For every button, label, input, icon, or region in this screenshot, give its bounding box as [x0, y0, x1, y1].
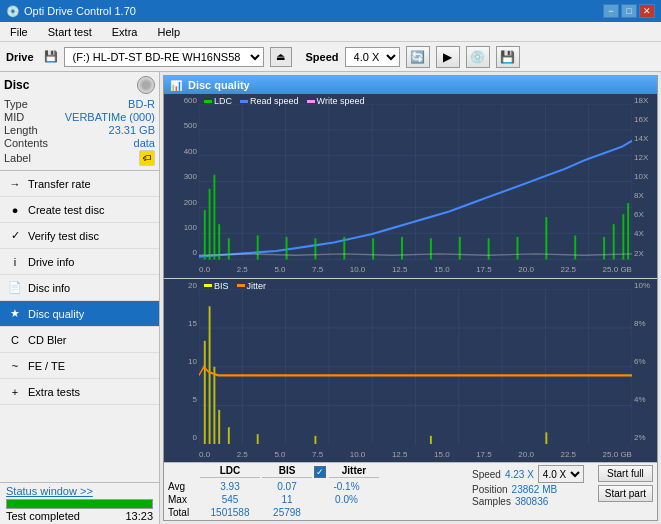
svg-rect-56: [209, 306, 211, 444]
sidebar-item-fe-te[interactable]: ~ FE / TE: [0, 353, 159, 379]
chart1-svg: [199, 104, 632, 260]
drive-bar: Drive 💾 (F:) HL-DT-ST BD-RE WH16NS58 TST…: [0, 42, 661, 72]
right-content: 📊 Disc quality LDC Read: [160, 72, 661, 524]
jitter-header-wrap: ✓ Jitter: [314, 465, 379, 479]
close-button[interactable]: ✕: [639, 4, 655, 18]
status-text: Test completed: [6, 510, 80, 522]
disc-header-label: Disc: [4, 78, 29, 92]
eject-button[interactable]: ⏏: [270, 47, 292, 67]
content-area: Disc Type BD-R MID VERBATIMe (000) Lengt…: [0, 72, 661, 524]
total-label: Total: [168, 507, 198, 518]
bis-avg: 0.07: [262, 481, 312, 492]
ldc-header: LDC: [200, 465, 260, 478]
sidebar-item-drive-info[interactable]: i Drive info: [0, 249, 159, 275]
svg-rect-23: [257, 235, 259, 259]
sidebar-item-transfer-rate[interactable]: → Transfer rate: [0, 171, 159, 197]
menu-help[interactable]: Help: [151, 25, 186, 39]
start-full-button[interactable]: Start full: [598, 465, 653, 482]
chart1-plot-area: [199, 104, 632, 260]
svg-rect-20: [213, 175, 215, 260]
status-bar: Status window >> Test completed 13:23: [0, 482, 159, 524]
menu-start-test[interactable]: Start test: [42, 25, 98, 39]
refresh-button[interactable]: 🔄: [406, 46, 430, 68]
drive-select[interactable]: (F:) HL-DT-ST BD-RE WH16NS58 TST4: [64, 47, 264, 67]
position-val: 23862 MB: [512, 484, 558, 495]
charts-area: LDC Read speed Write speed: [164, 94, 657, 520]
disc-info-icon: 📄: [8, 281, 22, 295]
status-window-button[interactable]: Status window >>: [6, 485, 93, 497]
svg-rect-37: [622, 214, 624, 259]
dq-header-title: Disc quality: [188, 79, 250, 91]
start-buttons: Start full Start part: [598, 465, 653, 502]
stats-table: LDC BIS ✓ Jitter Avg 3.93: [164, 462, 657, 520]
disc-header: Disc: [4, 76, 155, 94]
svg-rect-63: [545, 432, 547, 444]
sidebar-item-create-test-disc[interactable]: ● Create test disc: [0, 197, 159, 223]
sidebar-item-disc-quality[interactable]: ★ Disc quality: [0, 301, 159, 327]
sidebar-item-label: Extra tests: [28, 386, 80, 398]
jitter-max: 0.0%: [314, 494, 379, 505]
save-button[interactable]: 💾: [496, 46, 520, 68]
sidebar-item-cd-bler[interactable]: C CD Bler: [0, 327, 159, 353]
main-layout: Drive 💾 (F:) HL-DT-ST BD-RE WH16NS58 TST…: [0, 42, 661, 524]
transfer-rate-icon: →: [8, 177, 22, 191]
svg-rect-62: [430, 435, 432, 444]
dq-panel: 📊 Disc quality LDC Read: [163, 75, 658, 521]
samples-val: 380836: [515, 496, 548, 507]
legend-read-speed: Read speed: [240, 96, 299, 106]
cd-bler-icon: C: [8, 333, 22, 347]
sidebar-item-label: Verify test disc: [28, 230, 99, 242]
chart2-legend: BIS Jitter: [204, 281, 266, 291]
progress-bar-fill: [7, 500, 152, 508]
right-stats: Speed 4.23 X 4.0 X Position 23862 MB: [472, 465, 584, 507]
chart2-svg: [199, 289, 632, 445]
sidebar: Disc Type BD-R MID VERBATIMe (000) Lengt…: [0, 72, 160, 524]
maximize-button[interactable]: □: [621, 4, 637, 18]
titlebar: 💿 Opti Drive Control 1.70 − □ ✕: [0, 0, 661, 22]
sidebar-item-verify-test-disc[interactable]: ✓ Verify test disc: [0, 223, 159, 249]
jitter-checkbox[interactable]: ✓: [314, 466, 326, 478]
minimize-button[interactable]: −: [603, 4, 619, 18]
bis-total: 25798: [262, 507, 312, 518]
start-part-button[interactable]: Start part: [598, 485, 653, 502]
chart1-y-axis: 600 500 400 300 200 100 0: [164, 94, 199, 260]
chart2-x-axis: 0.0 2.5 5.0 7.5 10.0 12.5 15.0 17.5 20.0…: [199, 446, 632, 462]
chart1-y-axis-right: 18X 16X 14X 12X 10X 8X 6X 4X 2X: [632, 94, 657, 260]
sidebar-menu: → Transfer rate ● Create test disc ✓ Ver…: [0, 171, 159, 482]
legend-jitter-label: Jitter: [247, 281, 267, 291]
disc-mid-label: MID: [4, 111, 24, 123]
menu-extra[interactable]: Extra: [106, 25, 144, 39]
svg-rect-61: [314, 435, 316, 444]
chart1-x-axis: 0.0 2.5 5.0 7.5 10.0 12.5 15.0 17.5 20.0…: [199, 262, 632, 278]
chart2-container: BIS Jitter 20 15 10 5 0: [164, 279, 657, 463]
svg-rect-24: [286, 237, 288, 260]
stats-main: LDC BIS ✓ Jitter Avg 3.93: [168, 465, 379, 518]
disc-label-label: Label: [4, 152, 31, 164]
speed-stat-val: 4.23 X: [505, 469, 534, 480]
svg-rect-29: [430, 238, 432, 259]
svg-rect-57: [213, 366, 215, 444]
disc-type-row: Type BD-R: [4, 98, 155, 110]
disc-mid-val: VERBATIMe (000): [65, 111, 155, 123]
disc-mid-row: MID VERBATIMe (000): [4, 111, 155, 123]
speed-select[interactable]: 4.0 X: [345, 47, 400, 67]
menu-file[interactable]: File: [4, 25, 34, 39]
sidebar-item-disc-info[interactable]: 📄 Disc info: [0, 275, 159, 301]
svg-rect-55: [204, 340, 206, 444]
disc-button[interactable]: 💿: [466, 46, 490, 68]
verify-test-disc-icon: ✓: [8, 229, 22, 243]
app-title: Opti Drive Control 1.70: [24, 5, 136, 17]
sidebar-item-extra-tests[interactable]: + Extra tests: [0, 379, 159, 405]
ldc-avg: 3.93: [200, 481, 260, 492]
label-icon[interactable]: 🏷: [139, 150, 155, 166]
speed-stat-select[interactable]: 4.0 X: [538, 465, 584, 483]
svg-rect-28: [401, 237, 403, 260]
disc-icon: [137, 76, 155, 94]
legend-ldc-label: LDC: [214, 96, 232, 106]
start-test-button[interactable]: ▶: [436, 46, 460, 68]
stats-max-row: Max 545 11 0.0%: [168, 494, 379, 505]
svg-rect-59: [228, 427, 230, 444]
svg-rect-31: [488, 238, 490, 259]
samples-label: Samples: [472, 496, 511, 507]
legend-ldc: LDC: [204, 96, 232, 106]
